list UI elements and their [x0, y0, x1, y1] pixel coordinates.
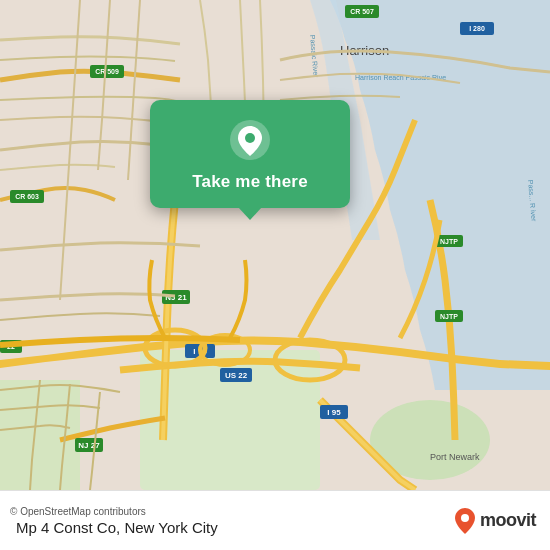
- svg-text:NJ 27: NJ 27: [78, 441, 100, 450]
- tooltip-label: Take me there: [192, 172, 308, 192]
- map-pin-icon: [228, 118, 272, 162]
- svg-text:CR 509: CR 509: [95, 68, 119, 75]
- svg-point-37: [245, 133, 255, 143]
- svg-text:US 22: US 22: [225, 371, 248, 380]
- location-tooltip[interactable]: Take me there: [150, 100, 350, 208]
- location-info: Mp 4 Const Co, New York City: [10, 519, 454, 536]
- moovit-logo: moovit: [454, 507, 536, 535]
- map-background: I 78 NJ 21 I 95 US 22 NJ 27 NJTP NJTP CR…: [0, 0, 550, 490]
- svg-text:CR 603: CR 603: [15, 193, 39, 200]
- moovit-pin-icon: [454, 507, 476, 535]
- osm-attribution: © OpenStreetMap contributors: [10, 506, 454, 517]
- svg-text:I 280: I 280: [469, 25, 485, 32]
- svg-text:I 95: I 95: [327, 408, 341, 417]
- svg-text:CR 507: CR 507: [350, 8, 374, 15]
- moovit-text: moovit: [480, 510, 536, 531]
- svg-text:NJTP: NJTP: [440, 238, 458, 245]
- svg-text:Port Newark: Port Newark: [430, 452, 480, 462]
- map-container: I 78 NJ 21 I 95 US 22 NJ 27 NJTP NJTP CR…: [0, 0, 550, 490]
- svg-text:NJTP: NJTP: [440, 313, 458, 320]
- bottom-bar: © OpenStreetMap contributors Mp 4 Const …: [0, 490, 550, 550]
- svg-point-38: [461, 514, 469, 522]
